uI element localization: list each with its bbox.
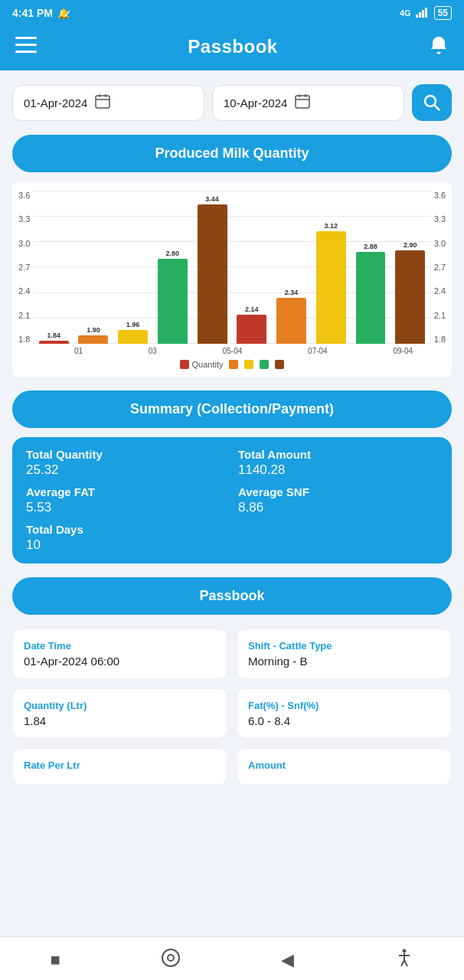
avg-snf-value: 8.86 bbox=[238, 500, 438, 515]
from-date-value: 01-Apr-2024 bbox=[24, 96, 87, 109]
network-icon: 4G bbox=[400, 8, 411, 18]
bar-group-0: 1.84 bbox=[36, 191, 71, 344]
date-time-value: 01-Apr-2024 06:00 bbox=[24, 655, 216, 668]
total-quantity-section: Total Quantity 25.32 bbox=[26, 448, 226, 478]
svg-rect-12 bbox=[296, 96, 309, 108]
svg-point-19 bbox=[168, 955, 174, 961]
bar-group-9: 2.90 bbox=[393, 191, 428, 344]
fat-snf-label: Fat(%) - Snf(%) bbox=[248, 700, 440, 711]
passbook-button[interactable]: Passbook bbox=[12, 577, 452, 615]
avg-fat-label: Average FAT bbox=[26, 485, 226, 498]
menu-icon[interactable] bbox=[15, 37, 37, 57]
app-header: Passbook bbox=[0, 26, 464, 70]
shift-cattle-value: Morning - B bbox=[248, 655, 440, 668]
bar-group-2: 1.96 bbox=[116, 191, 151, 344]
svg-rect-2 bbox=[422, 10, 424, 18]
summary-grid: Total Quantity 25.32 Total Amount 1140.2… bbox=[26, 448, 438, 553]
chart-legend: Quantity bbox=[18, 355, 446, 371]
x-labels: 01 03 05-04 07-04 09-04 bbox=[41, 347, 446, 355]
svg-point-7 bbox=[436, 52, 440, 54]
calendar-from-icon[interactable] bbox=[95, 93, 110, 113]
bar-group-3: 2.80 bbox=[155, 191, 191, 344]
quantity-ltr-label: Quantity (Ltr) bbox=[24, 700, 216, 711]
y-axis-right: 3.6 3.3 3.0 2.7 2.4 2.1 1.8 bbox=[431, 191, 446, 344]
svg-point-18 bbox=[162, 949, 179, 966]
shift-cattle-card: Shift - Cattle Type Morning - B bbox=[237, 629, 452, 679]
svg-point-20 bbox=[402, 949, 406, 953]
status-bar: 4:41 PM 🔔̷ 4G 55 bbox=[0, 0, 464, 26]
accessibility-button[interactable] bbox=[394, 948, 414, 972]
calendar-to-icon[interactable] bbox=[295, 93, 310, 113]
summary-box: Total Quantity 25.32 Total Amount 1140.2… bbox=[12, 437, 452, 564]
x-axis: 01 03 05-04 07-04 09-04 bbox=[18, 344, 446, 355]
bottom-nav: ■ ◀ bbox=[0, 936, 464, 980]
bar-group-1: 1.90 bbox=[76, 191, 111, 344]
quantity-card: Quantity (Ltr) 1.84 bbox=[12, 688, 227, 739]
bar-group-4: 3.44 bbox=[194, 191, 230, 344]
from-date-input[interactable]: 01-Apr-2024 bbox=[12, 85, 204, 121]
svg-rect-6 bbox=[15, 51, 37, 53]
battery-icon: 55 bbox=[434, 6, 452, 20]
avg-fat-value: 5.53 bbox=[26, 500, 226, 515]
milk-chart: 3.6 3.3 3.0 2.7 2.4 2.1 1.8 bbox=[12, 181, 452, 377]
chart-area: 3.6 3.3 3.0 2.7 2.4 2.1 1.8 bbox=[18, 191, 446, 344]
svg-rect-0 bbox=[416, 15, 418, 18]
status-left: 4:41 PM 🔔̷ bbox=[12, 7, 70, 19]
rate-label: Rate Per Ltr bbox=[24, 760, 216, 771]
date-filter-row: 01-Apr-2024 10-Apr-2024 bbox=[12, 84, 452, 121]
total-amount-section: Total Amount 1140.28 bbox=[238, 448, 438, 478]
amount-card: Amount bbox=[237, 748, 452, 786]
date-time-card: Date Time 01-Apr-2024 06:00 bbox=[12, 629, 227, 679]
svg-line-23 bbox=[401, 960, 404, 966]
status-time: 4:41 PM bbox=[12, 7, 53, 19]
svg-rect-8 bbox=[96, 96, 109, 108]
bar-group-8: 2.88 bbox=[353, 191, 388, 344]
alarm-icon: 🔔̷ bbox=[57, 8, 70, 19]
to-date-input[interactable]: 10-Apr-2024 bbox=[212, 85, 404, 121]
bars-row: 1.841.901.962.803.442.142.343.122.882.90 bbox=[33, 191, 430, 344]
fat-snf-value: 6.0 - 8.4 bbox=[248, 714, 440, 727]
svg-rect-1 bbox=[419, 12, 421, 18]
to-date-value: 10-Apr-2024 bbox=[224, 96, 287, 109]
avg-snf-label: Average SNF bbox=[238, 485, 438, 498]
main-content: 01-Apr-2024 10-Apr-2024 bbox=[0, 70, 464, 861]
stop-button[interactable]: ■ bbox=[50, 950, 60, 970]
fat-snf-card: Fat(%) - Snf(%) 6.0 - 8.4 bbox=[237, 688, 452, 739]
avg-fat-section: Average FAT 5.53 bbox=[26, 485, 226, 515]
total-days-value: 10 bbox=[26, 537, 226, 553]
amount-label: Amount bbox=[248, 760, 440, 771]
svg-line-24 bbox=[404, 960, 407, 966]
svg-rect-4 bbox=[15, 37, 37, 39]
page-title: Passbook bbox=[188, 36, 277, 57]
chart-section-header: Produced Milk Quantity bbox=[12, 135, 452, 172]
total-quantity-value: 25.32 bbox=[26, 462, 226, 478]
total-days-section: Total Days 10 bbox=[26, 523, 226, 553]
svg-rect-5 bbox=[15, 44, 37, 46]
notification-icon[interactable] bbox=[429, 35, 449, 58]
avg-snf-section: Average SNF 8.86 bbox=[238, 485, 438, 515]
bar-group-7: 3.12 bbox=[313, 191, 348, 344]
rate-card: Rate Per Ltr bbox=[12, 748, 227, 786]
total-days-label: Total Days bbox=[26, 523, 226, 536]
bar-group-5: 2.14 bbox=[234, 191, 270, 344]
total-amount-value: 1140.28 bbox=[238, 462, 438, 478]
quantity-ltr-value: 1.84 bbox=[24, 714, 216, 727]
svg-point-16 bbox=[425, 96, 436, 106]
y-axis-left: 3.6 3.3 3.0 2.7 2.4 2.1 1.8 bbox=[18, 191, 33, 344]
bars-wrapper: 1.841.901.962.803.442.142.343.122.882.90 bbox=[33, 191, 430, 344]
bar-group-6: 2.34 bbox=[274, 191, 309, 344]
signal-icon bbox=[416, 7, 430, 20]
passbook-cards: Date Time 01-Apr-2024 06:00 Shift - Catt… bbox=[12, 629, 452, 786]
total-quantity-label: Total Quantity bbox=[26, 448, 226, 461]
search-button[interactable] bbox=[412, 84, 452, 121]
home-button[interactable] bbox=[161, 948, 181, 972]
total-amount-label: Total Amount bbox=[238, 448, 438, 461]
shift-cattle-label: Shift - Cattle Type bbox=[248, 640, 440, 652]
svg-line-17 bbox=[434, 105, 439, 110]
status-right: 4G 55 bbox=[400, 6, 452, 20]
svg-rect-3 bbox=[425, 8, 427, 18]
date-time-label: Date Time bbox=[24, 640, 216, 652]
back-button[interactable]: ◀ bbox=[281, 950, 294, 970]
summary-header: Summary (Collection/Payment) bbox=[12, 390, 452, 428]
